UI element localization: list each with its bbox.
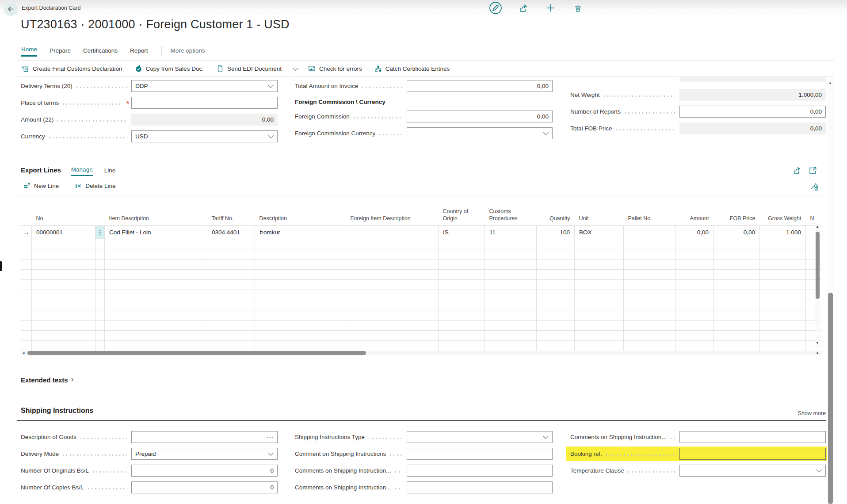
grid-cell[interactable] bbox=[105, 290, 207, 300]
grid-cell[interactable] bbox=[575, 320, 624, 330]
column-header-fob-price[interactable]: FOB Price bbox=[713, 207, 760, 225]
grid-cell[interactable] bbox=[485, 290, 537, 300]
page-scrollbar[interactable]: ▲ bbox=[827, 78, 834, 504]
grid-cell[interactable] bbox=[207, 310, 255, 320]
grid-cell[interactable] bbox=[713, 239, 760, 249]
grid-cell[interactable] bbox=[760, 239, 806, 249]
grid-cell[interactable] bbox=[675, 279, 713, 290]
grid-cell[interactable] bbox=[760, 330, 806, 340]
grid-cell[interactable] bbox=[675, 310, 713, 320]
grid-cell[interactable] bbox=[713, 320, 760, 330]
grid-cell[interactable] bbox=[346, 320, 439, 330]
grid-cell[interactable] bbox=[346, 290, 439, 300]
grid-cell[interactable] bbox=[537, 279, 575, 290]
tab-prepare[interactable]: Prepare bbox=[50, 47, 71, 57]
grid-cell[interactable] bbox=[624, 239, 675, 249]
comments-on-shipping-2-input[interactable] bbox=[407, 465, 553, 477]
grid-cell[interactable] bbox=[439, 249, 485, 259]
horizontal-scrollbar[interactable]: ◄ ► bbox=[21, 351, 822, 355]
grid-cell[interactable] bbox=[255, 330, 346, 340]
share-icon[interactable] bbox=[516, 1, 530, 15]
booking-ref-input[interactable] bbox=[679, 448, 826, 460]
grid-cell[interactable] bbox=[485, 340, 537, 351]
grid-cell[interactable] bbox=[21, 300, 32, 310]
grid-cell[interactable] bbox=[675, 300, 713, 310]
grid-cell[interactable] bbox=[760, 279, 806, 290]
grid-cell[interactable] bbox=[346, 330, 439, 340]
create-final-customs-declaration-button[interactable]: Create Final Customs Declaration bbox=[22, 65, 122, 73]
grid-cell[interactable] bbox=[21, 310, 32, 320]
grid-cell[interactable] bbox=[207, 249, 255, 259]
copy-from-sales-doc-button[interactable]: Copy from Sales Doc. bbox=[135, 65, 204, 73]
grid-cell[interactable] bbox=[439, 340, 485, 351]
grid-cell[interactable] bbox=[105, 269, 207, 279]
grid-cell[interactable] bbox=[95, 259, 105, 269]
horizontal-scrollbar-thumb[interactable] bbox=[27, 351, 366, 355]
currency-select[interactable]: USD bbox=[131, 130, 278, 142]
grid-cell[interactable] bbox=[713, 259, 760, 269]
grid-cell[interactable] bbox=[346, 279, 439, 290]
grid-cell-country-of-origin[interactable]: IS bbox=[439, 225, 485, 239]
grid-cell[interactable] bbox=[575, 279, 624, 290]
grid-cell-gross-weight[interactable]: 1.000 bbox=[760, 225, 806, 239]
column-header-country-of-origin[interactable]: Country of Origin bbox=[439, 207, 485, 225]
grid-cell[interactable] bbox=[346, 259, 439, 269]
grid-cell[interactable] bbox=[32, 279, 95, 290]
grid-cell[interactable] bbox=[624, 290, 675, 300]
tab-manage[interactable]: Manage bbox=[71, 166, 93, 176]
grid-cell[interactable] bbox=[713, 340, 760, 351]
grid-cell[interactable] bbox=[537, 259, 575, 269]
grid-cell[interactable] bbox=[95, 330, 105, 340]
grid-cell[interactable] bbox=[32, 300, 95, 310]
grid-cell[interactable] bbox=[439, 259, 485, 269]
send-edi-dropdown-chevron-icon[interactable] bbox=[293, 65, 298, 71]
grid-cell[interactable] bbox=[255, 310, 346, 320]
grid-cell[interactable] bbox=[624, 310, 675, 320]
grid-cell-pallet-no[interactable] bbox=[624, 225, 675, 239]
column-header-tariff-no[interactable]: Tariff No. bbox=[207, 207, 255, 225]
grid-cell[interactable] bbox=[346, 239, 439, 249]
grid-cell[interactable] bbox=[255, 259, 346, 269]
comment-on-shipping-instructions-input[interactable] bbox=[407, 448, 553, 460]
grid-cell-foreign-item-description[interactable] bbox=[346, 225, 439, 239]
place-of-terms-input[interactable] bbox=[131, 97, 278, 109]
grid-cell[interactable] bbox=[207, 239, 255, 249]
column-header-pallet-no[interactable]: Pallet No. bbox=[624, 207, 675, 225]
scroll-left-arrow[interactable]: ◄ bbox=[22, 351, 25, 355]
grid-cell[interactable] bbox=[207, 259, 255, 269]
grid-cell[interactable] bbox=[624, 259, 675, 269]
grid-cell[interactable] bbox=[32, 340, 95, 351]
edit-icon[interactable] bbox=[489, 1, 502, 15]
grid-cell[interactable] bbox=[675, 320, 713, 330]
grid-cell[interactable] bbox=[105, 279, 207, 290]
grid-cell[interactable] bbox=[537, 310, 575, 320]
grid-cell[interactable] bbox=[575, 239, 624, 249]
grid-cell[interactable] bbox=[439, 290, 485, 300]
shipping-instructions-section-toggle[interactable]: Shipping Instructions bbox=[21, 407, 93, 415]
grid-cell[interactable] bbox=[575, 330, 624, 340]
shipping-instructions-type-select[interactable] bbox=[407, 431, 553, 443]
open-in-new-icon[interactable] bbox=[809, 166, 817, 175]
grid-cell[interactable] bbox=[537, 300, 575, 310]
delete-line-button[interactable]: Delete Line bbox=[75, 182, 115, 189]
grid-cell[interactable] bbox=[255, 290, 346, 300]
foreign-commission-currency-select[interactable] bbox=[407, 127, 553, 139]
grid-cell[interactable] bbox=[485, 259, 537, 269]
grid-cell[interactable] bbox=[21, 340, 32, 351]
grid-cell[interactable] bbox=[21, 269, 32, 279]
grid-cell[interactable] bbox=[537, 290, 575, 300]
grid-cell[interactable] bbox=[105, 320, 207, 330]
grid-cell[interactable] bbox=[439, 269, 485, 279]
grid-cell[interactable] bbox=[575, 269, 624, 279]
tab-home[interactable]: Home bbox=[21, 46, 37, 57]
grid-cell[interactable] bbox=[675, 249, 713, 259]
delivery-terms-select[interactable]: DDP bbox=[131, 80, 278, 92]
grid-cell[interactable] bbox=[32, 330, 95, 340]
grid-cell-item-description[interactable]: Cod Fillet - Loin bbox=[105, 225, 207, 239]
foreign-commission-input[interactable] bbox=[407, 111, 553, 122]
grid-cell[interactable] bbox=[21, 239, 32, 249]
share-icon[interactable] bbox=[793, 166, 801, 175]
grid-cell[interactable] bbox=[624, 249, 675, 259]
grid-cell[interactable] bbox=[485, 310, 537, 320]
number-of-reports-input[interactable] bbox=[679, 106, 826, 118]
